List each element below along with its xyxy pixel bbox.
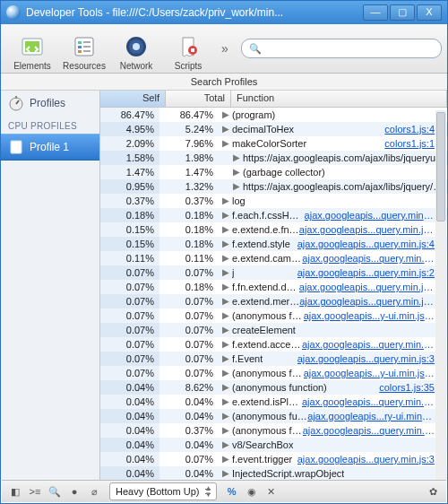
disclosure-triangle-icon[interactable]: ▶	[222, 352, 229, 366]
disclosure-triangle-icon[interactable]: ▶	[222, 122, 229, 136]
tab-resources[interactable]: Resources	[58, 26, 110, 71]
table-row[interactable]: 0.15%0.18%▶f.extend.styleajax.googleapis…	[100, 237, 447, 251]
disclosure-triangle-icon[interactable]: ▶	[222, 280, 229, 294]
table-row[interactable]: 0.07%0.07%▶f.Eventajax.googleapis...quer…	[100, 352, 447, 366]
table-row[interactable]: 0.07%0.07%▶(anonymous fu...ajax.googleap…	[100, 366, 447, 380]
table-row[interactable]: 0.04%0.04%▶(anonymous fun...ajax.googlea…	[100, 409, 447, 423]
disclosure-triangle-icon[interactable]: ▶	[233, 179, 240, 194]
source-link[interactable]: ajax.googleapis...y-ui.min.js:10	[304, 366, 435, 380]
focus-button[interactable]: ◉	[242, 483, 262, 500]
table-row[interactable]: 0.95%1.32%▶https://ajax.googleapis.com/a…	[100, 179, 447, 194]
disclosure-triangle-icon[interactable]: ▶	[233, 151, 240, 165]
source-link[interactable]: ajax.googleapis...query.min.js:2	[299, 280, 435, 294]
source-link[interactable]: ajax.googleapis...query.min.js:2	[299, 222, 435, 237]
source-link[interactable]: colors1.js:1	[384, 136, 435, 151]
scrollbar-thumb[interactable]	[436, 112, 445, 222]
source-link[interactable]: ajax.googleapis...query.min.js:4	[297, 237, 435, 251]
table-row[interactable]: 0.04%0.04%▶v8/SearchBox	[100, 438, 447, 452]
source-link[interactable]: ajax.googleapis...query.min.js:3	[297, 452, 435, 466]
tab-elements[interactable]: Elements	[6, 26, 58, 71]
disclosure-triangle-icon[interactable]: ▶	[222, 380, 229, 395]
disclosure-triangle-icon[interactable]: ▶	[222, 438, 229, 452]
gc-button[interactable]: ⌀	[84, 483, 104, 500]
disclosure-triangle-icon[interactable]: ▶	[222, 337, 229, 352]
disclosure-triangle-icon[interactable]: ▶	[222, 265, 229, 280]
maximize-button[interactable]: ▢	[390, 4, 415, 21]
disclosure-triangle-icon[interactable]: ▶	[222, 251, 229, 265]
table-row[interactable]: 0.04%0.37%▶(anonymous fu...ajax.googleap…	[100, 423, 447, 438]
table-row[interactable]: 0.15%0.18%▶e.extend.e.fn....ajax.googlea…	[100, 222, 447, 237]
col-function[interactable]: Function	[231, 91, 447, 107]
table-row[interactable]: 0.07%0.18%▶f.fn.extend.do...ajax.googlea…	[100, 280, 447, 294]
search-input[interactable]	[265, 42, 434, 55]
table-row[interactable]: 0.07%0.07%▶e.extend.mergeajax.googleapis…	[100, 294, 447, 308]
table-row[interactable]: 0.07%0.07%▶f.extend.accep...ajax.googlea…	[100, 337, 447, 352]
disclosure-triangle-icon[interactable]: ▶	[222, 108, 229, 122]
table-row[interactable]: 0.11%0.11%▶e.extend.came...ajax.googleap…	[100, 251, 447, 265]
table-row[interactable]: 0.04%8.62%▶(anonymous function)colors1.j…	[100, 380, 447, 395]
table-row[interactable]: 0.18%0.18%▶f.each.f.cssHoo...ajax.google…	[100, 208, 447, 222]
table-row[interactable]: 0.07%0.07%▶jajax.googleapis...query.min.…	[100, 265, 447, 280]
source-link[interactable]: ajax.googleapis...query.min.js:2	[303, 423, 435, 438]
minimize-button[interactable]: —	[363, 4, 388, 21]
table-row[interactable]: 0.04%0.07%▶f.event.triggerajax.googleapi…	[100, 452, 447, 466]
source-link[interactable]: ajax.googleapis...query.min.js:2	[299, 294, 435, 308]
console-button[interactable]: >≡	[25, 483, 45, 500]
disclosure-triangle-icon[interactable]: ▶	[222, 308, 229, 323]
source-link[interactable]: colors1.js:4	[384, 122, 435, 136]
table-row[interactable]: 1.47%1.47%▶(garbage collector)	[100, 165, 447, 179]
tab-network[interactable]: Network	[110, 26, 162, 71]
disclosure-triangle-icon[interactable]: ▶	[222, 222, 229, 237]
close-button[interactable]: X	[417, 4, 442, 21]
source-link[interactable]: ajax.googleapis...query.min.js:2	[297, 265, 435, 280]
source-link[interactable]: ajax.googleapis...query.min.js:2	[302, 395, 435, 409]
search-button[interactable]: 🔍	[45, 483, 65, 500]
app-icon	[6, 5, 21, 20]
dock-side-button[interactable]: ◧	[5, 483, 25, 500]
source-link[interactable]: ajax.googleapis...ry-ui.min.js:9	[307, 409, 435, 423]
source-link[interactable]: ajax.googleapis...query.min.js:2	[302, 251, 435, 265]
source-link[interactable]: ajax.googleapis...query.min.js:3	[297, 352, 435, 366]
col-total[interactable]: Total	[166, 91, 231, 107]
disclosure-triangle-icon[interactable]: ▶	[222, 208, 229, 222]
disclosure-triangle-icon[interactable]: ▶	[222, 194, 229, 208]
disclosure-triangle-icon[interactable]: ▶	[222, 423, 229, 438]
table-row[interactable]: 0.04%0.04%▶InjectedScript.wrapObject	[100, 466, 447, 480]
table-row[interactable]: 86.47%86.47%▶(program)	[100, 108, 447, 122]
function-name: log	[232, 194, 246, 208]
settings-button[interactable]: ✿	[423, 483, 443, 500]
overflow-chevron-icon[interactable]: »	[221, 41, 228, 56]
sidebar-item-profiles[interactable]: Profiles	[1, 91, 99, 116]
source-link[interactable]: ajax.googleapis...query.min.js:4	[305, 208, 435, 222]
disclosure-triangle-icon[interactable]: ▶	[233, 165, 240, 179]
disclosure-triangle-icon[interactable]: ▶	[222, 323, 229, 337]
disclosure-triangle-icon[interactable]: ▶	[222, 452, 229, 466]
table-row[interactable]: 0.07%0.07%▶(anonymous fu...ajax.googleap…	[100, 308, 447, 323]
eye-icon: ◉	[247, 486, 256, 498]
disclosure-triangle-icon[interactable]: ▶	[222, 395, 229, 409]
table-row[interactable]: 0.37%0.37%▶log	[100, 194, 447, 208]
disclosure-triangle-icon[interactable]: ▶	[222, 136, 229, 151]
scrollbar[interactable]	[435, 110, 446, 481]
disclosure-triangle-icon[interactable]: ▶	[222, 466, 229, 480]
source-link[interactable]: ajax.googleapis...y-ui.min.js:14	[304, 308, 435, 323]
disclosure-triangle-icon[interactable]: ▶	[222, 366, 229, 380]
disclosure-triangle-icon[interactable]: ▶	[222, 237, 229, 251]
table-row[interactable]: 2.09%7.96%▶makeColorSortercolors1.js:1	[100, 136, 447, 151]
search-box[interactable]: 🔍	[241, 39, 442, 58]
disclosure-triangle-icon[interactable]: ▶	[222, 294, 229, 308]
source-link[interactable]: ajax.googleapis...query.min.js:2	[302, 337, 435, 352]
table-row[interactable]: 0.04%0.04%▶e.extend.isPlai...ajax.google…	[100, 395, 447, 409]
record-button[interactable]: ●	[65, 483, 84, 500]
disclosure-triangle-icon[interactable]: ▶	[222, 409, 229, 423]
source-link[interactable]: colors1.js:35	[379, 380, 435, 395]
clear-button[interactable]: ✕	[262, 483, 281, 500]
table-row[interactable]: 4.95%5.24%▶decimalToHexcolors1.js:4	[100, 122, 447, 136]
tab-scripts[interactable]: Scripts	[162, 26, 214, 71]
table-row[interactable]: 1.58%1.98%▶https://ajax.googleapis.com/a…	[100, 151, 447, 165]
table-row[interactable]: 0.07%0.07%▶createElement	[100, 323, 447, 337]
percent-toggle[interactable]: %	[222, 483, 242, 500]
col-self[interactable]: Self	[100, 91, 166, 107]
sidebar-item-profile-1[interactable]: Profile 1	[1, 134, 99, 161]
view-mode-select[interactable]: Heavy (Bottom Up) ▲▼	[109, 482, 217, 500]
